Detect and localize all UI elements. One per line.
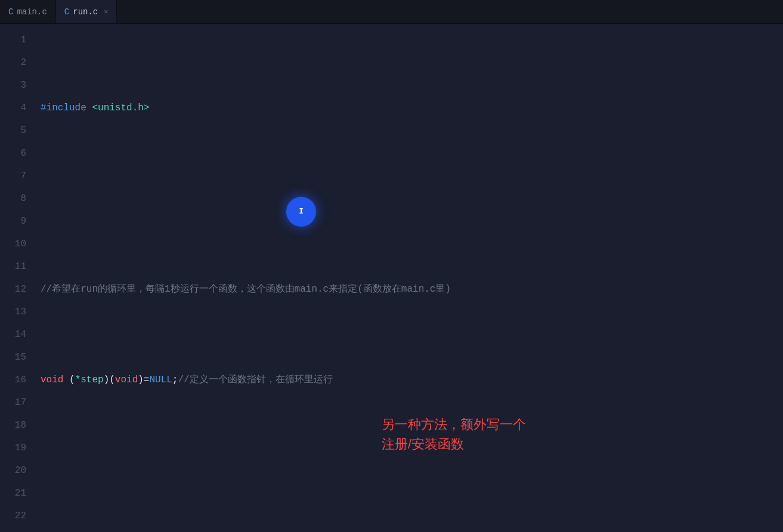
line-num-17: 17	[0, 391, 26, 414]
line-num-12: 12	[0, 278, 26, 301]
line-num-20: 20	[0, 459, 26, 482]
line-num-18: 18	[0, 414, 26, 437]
tab-main-c[interactable]: C main.c	[0, 0, 56, 23]
line-num-3: 3	[0, 74, 26, 97]
editor-area: 1 2 3 4 5 6 7 8 9 10 11 12 13 14 15 16 1…	[0, 24, 783, 532]
tab-label-run-c: run.c	[73, 7, 98, 17]
line-num-21: 21	[0, 482, 26, 505]
code-line-5	[41, 459, 783, 482]
line-num-8: 8	[0, 187, 26, 210]
tab-label-main-c: main.c	[17, 7, 47, 17]
code-line-4: void (*step)(void)=NULL;//定义一个函数指针，在循环里运…	[41, 369, 783, 391]
line-num-4: 4	[0, 97, 26, 119]
cursor-symbol: I	[299, 208, 303, 216]
tab-close-run-c[interactable]: ✕	[104, 7, 108, 16]
tab-icon-run-c: C	[64, 7, 69, 17]
tab-icon-main-c: C	[8, 7, 13, 17]
code-line-1: #include <unistd.h>	[41, 97, 783, 119]
line-num-7: 7	[0, 165, 26, 187]
line-num-10: 10	[0, 233, 26, 255]
annotation-line1: 另一种方法，额外写一个	[382, 415, 526, 434]
code-editor[interactable]: #include <unistd.h> //希望在run的循环里，每隔1秒运行一…	[36, 24, 783, 532]
annotation: 另一种方法，额外写一个 注册/安装函数	[382, 415, 526, 454]
line-numbers: 1 2 3 4 5 6 7 8 9 10 11 12 13 14 15 16 1…	[0, 24, 36, 532]
line-num-6: 6	[0, 142, 26, 165]
tab-bar: C main.c C run.c ✕	[0, 0, 783, 24]
cursor-indicator: I	[286, 197, 316, 227]
line-num-15: 15	[0, 346, 26, 369]
line-num-16: 16	[0, 369, 26, 391]
code-line-3: //希望在run的循环里，每隔1秒运行一个函数，这个函数由main.c来指定(函…	[41, 278, 783, 301]
line-num-19: 19	[0, 437, 26, 459]
tab-run-c[interactable]: C run.c ✕	[56, 0, 117, 23]
line-num-2: 2	[0, 51, 26, 74]
code-line-2	[41, 187, 783, 210]
line-num-22: 22	[0, 505, 26, 527]
annotation-line2: 注册/安装函数	[382, 434, 526, 454]
line-num-9: 9	[0, 210, 26, 233]
line-num-23: 23	[0, 527, 26, 532]
line-num-14: 14	[0, 323, 26, 346]
line-num-11: 11	[0, 255, 26, 278]
line-num-13: 13	[0, 301, 26, 323]
line-num-1: 1	[0, 29, 26, 51]
line-num-5: 5	[0, 119, 26, 142]
